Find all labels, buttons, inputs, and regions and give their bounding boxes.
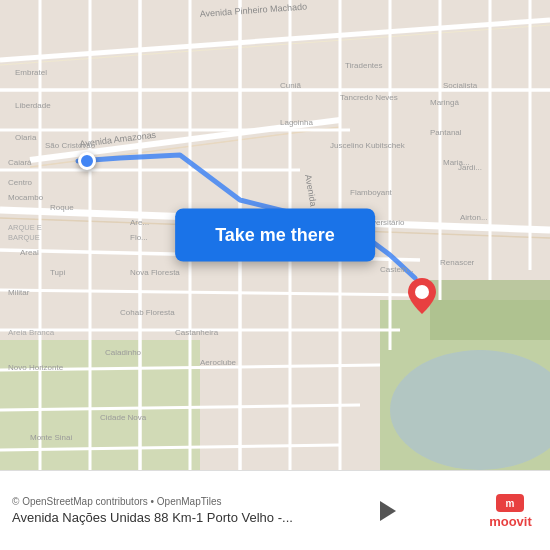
svg-text:Caiará: Caiará bbox=[8, 158, 32, 167]
destination-marker bbox=[408, 278, 436, 318]
svg-text:Juscelino Kubitschek: Juscelino Kubitschek bbox=[330, 141, 406, 150]
svg-text:Tupi: Tupi bbox=[50, 268, 65, 277]
svg-text:Embratel: Embratel bbox=[15, 68, 47, 77]
svg-text:São Cristóvão: São Cristóvão bbox=[45, 141, 96, 150]
bottom-bar: © OpenStreetMap contributors • OpenMapTi… bbox=[0, 470, 550, 550]
svg-text:Tancredo Neves: Tancredo Neves bbox=[340, 93, 398, 102]
svg-text:Cohab Floresta: Cohab Floresta bbox=[120, 308, 175, 317]
address-text: Avenida Nações Unidas 88 Km-1 Porto Velh… bbox=[12, 510, 293, 525]
svg-text:Areal: Areal bbox=[20, 248, 39, 257]
arrow-container bbox=[368, 491, 408, 531]
moovit-logo: m moovit bbox=[483, 492, 538, 529]
svg-text:Aeroclube: Aeroclube bbox=[200, 358, 237, 367]
svg-text:Roque: Roque bbox=[50, 203, 74, 212]
svg-text:Pantanal: Pantanal bbox=[430, 128, 462, 137]
svg-text:Maria...: Maria... bbox=[443, 158, 470, 167]
svg-text:BARQUE: BARQUE bbox=[8, 233, 40, 242]
svg-text:Areia Branca: Areia Branca bbox=[8, 328, 55, 337]
arrow-right-icon bbox=[380, 501, 396, 521]
moovit-logo-icon: m bbox=[494, 492, 526, 514]
svg-text:Flo...: Flo... bbox=[130, 233, 148, 242]
svg-text:m: m bbox=[506, 498, 515, 509]
svg-text:Monte Sinai: Monte Sinai bbox=[30, 433, 72, 442]
svg-text:Tiradentes: Tiradentes bbox=[345, 61, 383, 70]
svg-text:Are...: Are... bbox=[130, 218, 149, 227]
svg-text:Castelh...: Castelh... bbox=[380, 265, 414, 274]
svg-text:Maringá: Maringá bbox=[430, 98, 459, 107]
svg-text:Militar: Militar bbox=[8, 288, 30, 297]
svg-text:Caladinho: Caladinho bbox=[105, 348, 142, 357]
svg-text:Cidade Nova: Cidade Nova bbox=[100, 413, 147, 422]
svg-text:Lagoinha: Lagoinha bbox=[280, 118, 313, 127]
svg-text:Liberdade: Liberdade bbox=[15, 101, 51, 110]
svg-text:Mocambo: Mocambo bbox=[8, 193, 44, 202]
svg-text:Airton...: Airton... bbox=[460, 213, 488, 222]
svg-text:Nova Floresta: Nova Floresta bbox=[130, 268, 180, 277]
take-me-there-button[interactable]: Take me there bbox=[175, 209, 375, 262]
svg-text:Novo Horizonte: Novo Horizonte bbox=[8, 363, 64, 372]
svg-text:Socialista: Socialista bbox=[443, 81, 478, 90]
svg-text:ARQUE E: ARQUE E bbox=[8, 223, 42, 232]
svg-point-75 bbox=[415, 285, 429, 299]
svg-text:Flamboyant: Flamboyant bbox=[350, 188, 393, 197]
bottom-left-info: © OpenStreetMap contributors • OpenMapTi… bbox=[12, 496, 293, 525]
svg-rect-3 bbox=[430, 280, 550, 340]
svg-text:Olaria: Olaria bbox=[15, 133, 37, 142]
map-attribution: © OpenStreetMap contributors • OpenMapTi… bbox=[12, 496, 293, 507]
moovit-logo-text: moovit bbox=[489, 514, 532, 529]
origin-marker bbox=[78, 152, 96, 170]
svg-text:Cuniã: Cuniã bbox=[280, 81, 301, 90]
map-container: Avenida Pinheiro Machado Avenida Amazona… bbox=[0, 0, 550, 470]
svg-text:Castanheira: Castanheira bbox=[175, 328, 219, 337]
svg-text:Centro: Centro bbox=[8, 178, 33, 187]
svg-text:Renascer: Renascer bbox=[440, 258, 475, 267]
